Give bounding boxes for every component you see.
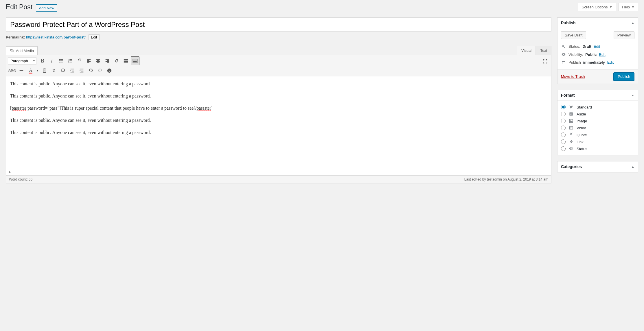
svg-rect-11 [69, 62, 72, 62]
chevron-up-icon: ▲ [631, 21, 634, 25]
svg-rect-26 [124, 61, 128, 63]
undo-icon[interactable] [87, 66, 95, 75]
svg-rect-31 [136, 60, 137, 60]
align-left-icon[interactable] [84, 56, 93, 65]
text-color-dropdown-icon[interactable]: ▼ [36, 66, 40, 75]
format-option-aside[interactable]: Aside [561, 111, 634, 117]
format-radio-quote[interactable] [561, 133, 566, 137]
chevron-down-icon: ▼ [609, 5, 612, 9]
format-radio-link[interactable] [561, 139, 566, 144]
help-icon[interactable]: ? [105, 66, 114, 75]
editor-path: P [6, 169, 551, 176]
format-option-video[interactable]: Video [561, 124, 634, 131]
add-media-button[interactable]: Add Media [6, 46, 38, 55]
outdent-icon[interactable] [68, 66, 77, 75]
format-label: Video [577, 126, 586, 130]
format-radio-image[interactable] [561, 119, 566, 123]
format-option-status[interactable]: Status [561, 145, 634, 152]
svg-rect-57 [570, 114, 572, 114]
paste-text-icon[interactable]: T [40, 66, 49, 75]
visibility-value: Public [585, 52, 597, 57]
strikethrough-icon[interactable]: ABC [8, 66, 16, 75]
publish-date-edit-link[interactable]: Edit [607, 60, 614, 65]
paragraph-select[interactable]: Paragraph [8, 57, 36, 65]
status-edit-link[interactable]: Edit [594, 44, 600, 49]
categories-box: Categories ▲ [557, 161, 638, 172]
svg-rect-35 [136, 61, 137, 62]
content-paragraph: This content is public. Anyone can see i… [10, 117, 547, 124]
permalink-row: Permalink: https://test.kinsta.com/part-… [6, 34, 551, 40]
status-icon [568, 146, 574, 151]
svg-rect-20 [106, 59, 109, 60]
read-more-icon[interactable] [122, 56, 130, 65]
visibility-edit-link[interactable]: Edit [599, 52, 605, 57]
align-right-icon[interactable] [103, 56, 112, 65]
format-option-link[interactable]: Link [561, 138, 634, 145]
tab-visual[interactable]: Visual [517, 46, 536, 55]
svg-rect-59 [569, 119, 573, 122]
fullscreen-icon[interactable] [541, 57, 549, 66]
link-icon [568, 139, 574, 144]
help-button[interactable]: Help ▼ [618, 3, 638, 11]
format-label: Image [577, 119, 587, 123]
svg-rect-36 [20, 70, 23, 71]
svg-point-4 [59, 62, 60, 62]
format-radio-standard[interactable] [561, 105, 566, 109]
bullet-list-icon[interactable] [57, 56, 65, 65]
content-paragraph: This content is public. Anyone can see i… [10, 129, 547, 136]
format-option-quote[interactable]: “Quote [561, 131, 634, 138]
svg-rect-19 [97, 62, 100, 63]
svg-rect-40 [71, 69, 74, 69]
indent-icon[interactable] [77, 66, 86, 75]
format-option-standard[interactable]: Standard [561, 104, 634, 111]
bold-icon[interactable]: B [38, 56, 47, 65]
align-center-icon[interactable] [94, 56, 102, 65]
svg-rect-17 [97, 60, 100, 61]
permalink-edit-button[interactable]: Edit [89, 34, 100, 40]
post-title-input[interactable] [6, 17, 551, 32]
publish-date-label: Publish [568, 60, 581, 65]
format-label: Status [577, 147, 587, 151]
redo-icon[interactable] [96, 66, 104, 75]
format-radio-aside[interactable] [561, 112, 566, 116]
svg-point-2 [59, 60, 60, 61]
content-paragraph: This content is public. Anyone can see i… [10, 93, 547, 100]
svg-rect-25 [124, 60, 128, 61]
format-option-image[interactable]: Image [561, 117, 634, 124]
categories-box-header[interactable]: Categories ▲ [557, 161, 638, 172]
horizontal-rule-icon[interactable] [17, 66, 26, 75]
format-radio-status[interactable] [561, 146, 566, 151]
svg-rect-27 [133, 59, 137, 63]
text-color-icon[interactable]: A [26, 66, 35, 75]
svg-point-64 [571, 148, 571, 149]
italic-icon[interactable]: I [47, 56, 56, 65]
permalink-label: Permalink: [6, 35, 25, 39]
content-paragraph: This content is public. Anyone can see i… [10, 80, 547, 87]
format-box-header[interactable]: Format ▲ [557, 90, 638, 101]
svg-rect-28 [133, 60, 134, 60]
publish-box-header[interactable]: Publish ▲ [557, 18, 638, 28]
visibility-label: Visibility: [568, 52, 583, 57]
publish-button[interactable]: Publish [613, 72, 634, 81]
svg-text:3: 3 [68, 61, 69, 63]
svg-rect-9 [69, 60, 72, 61]
special-char-icon[interactable]: Ω [59, 66, 67, 75]
link-icon[interactable] [112, 56, 121, 65]
move-to-trash-link[interactable]: Move to Trash [561, 74, 585, 79]
format-box: Format ▲ StandardAsideImageVideo“QuoteLi… [557, 90, 638, 155]
tab-text[interactable]: Text [536, 46, 551, 55]
numbered-list-icon[interactable]: 123 [66, 56, 75, 65]
editor-content[interactable]: This content is public. Anyone can see i… [6, 76, 551, 169]
last-edited: Last edited by testadmin on August 2, 20… [464, 177, 548, 181]
add-new-button[interactable]: Add New [36, 4, 58, 12]
screen-options-button[interactable]: Screen Options ▼ [578, 3, 616, 11]
format-radio-video[interactable] [561, 126, 566, 130]
eye-icon [561, 52, 566, 57]
toolbar-toggle-icon[interactable] [131, 56, 139, 65]
save-draft-button[interactable]: Save Draft [561, 31, 586, 39]
svg-rect-33 [134, 61, 135, 62]
permalink-link[interactable]: https://test.kinsta.com/part-of-post/ [26, 35, 86, 39]
clear-formatting-icon[interactable] [49, 66, 58, 75]
blockquote-icon[interactable]: “ [75, 56, 84, 65]
preview-button[interactable]: Preview [614, 31, 634, 39]
